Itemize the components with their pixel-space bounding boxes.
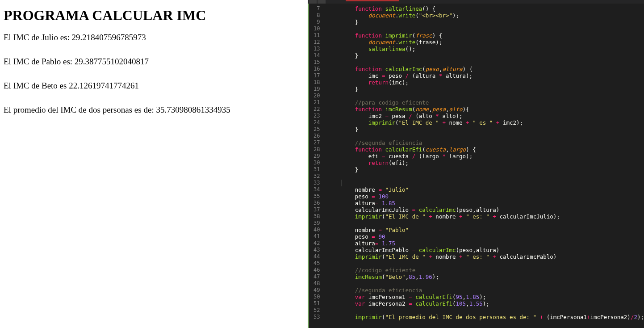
line-number: 18 bbox=[314, 79, 320, 86]
code-line[interactable]: } bbox=[328, 126, 644, 133]
code-line[interactable]: altura= 1.75 bbox=[328, 240, 644, 247]
line-number: 31 bbox=[314, 166, 320, 173]
line-number: 40 bbox=[314, 227, 320, 233]
code-line[interactable] bbox=[328, 180, 644, 186]
line-number: 42 bbox=[314, 240, 320, 247]
line-number: 19 bbox=[314, 86, 320, 93]
code-line[interactable]: calcularImcPablo = calcularImc(peso,altu… bbox=[328, 247, 644, 253]
line-number: 45 bbox=[314, 260, 320, 267]
browser-output-pane: PROGRAMA CALCULAR IMC El IMC de Julio es… bbox=[0, 0, 308, 328]
code-line[interactable]: var imcPersona2 = calcularEfi(105,1.55); bbox=[328, 300, 644, 307]
code-line[interactable] bbox=[328, 307, 644, 314]
code-area[interactable]: function saltarlinea() { document.write(… bbox=[326, 4, 644, 328]
line-number: 23 bbox=[314, 113, 320, 119]
code-line[interactable]: } bbox=[328, 52, 644, 59]
modified-indicator bbox=[346, 0, 399, 1]
line-number: 20 bbox=[314, 93, 320, 99]
code-line[interactable] bbox=[328, 220, 644, 227]
line-number: 11 bbox=[314, 32, 320, 39]
line-number: 37 bbox=[314, 206, 320, 213]
output-line: El IMC de Pablo es: 29.387755102040817 bbox=[4, 57, 304, 67]
code-line[interactable] bbox=[328, 59, 644, 66]
code-line[interactable]: imprimir("El promedio del IMC de dos per… bbox=[328, 314, 644, 320]
output-line: El IMC de Beto es 22.12619741774261 bbox=[4, 81, 304, 91]
code-line[interactable] bbox=[328, 280, 644, 287]
code-line[interactable]: function imprimir(frase) { bbox=[328, 32, 644, 39]
line-number: 43 bbox=[314, 247, 320, 253]
line-number: 33 bbox=[314, 180, 320, 186]
code-line[interactable]: peso = 100 bbox=[328, 193, 644, 200]
line-number: 35 bbox=[314, 193, 320, 200]
code-line[interactable]: //para codigo eficente bbox=[328, 99, 644, 106]
line-number-gutter: 7891011121314151617181920212223242526272… bbox=[309, 4, 326, 328]
code-line[interactable]: } bbox=[328, 86, 644, 93]
line-number: 9 bbox=[314, 19, 320, 25]
editor-tab-stub[interactable] bbox=[318, 0, 326, 4]
code-line[interactable]: altura= 1.85 bbox=[328, 200, 644, 206]
code-line[interactable]: imc = peso / (altura * altura); bbox=[328, 72, 644, 79]
code-line[interactable]: function calcularEfi(cuesta,largo) { bbox=[328, 146, 644, 153]
line-number: 49 bbox=[314, 287, 320, 294]
code-line[interactable]: imprimir("El IMC de " + nombre + " es: "… bbox=[328, 213, 644, 220]
line-number: 22 bbox=[314, 106, 320, 113]
code-line[interactable]: imprimir("El IMC de " + nombre + " es: "… bbox=[328, 253, 644, 260]
line-number: 29 bbox=[314, 153, 320, 160]
line-number: 13 bbox=[314, 46, 320, 52]
code-line[interactable] bbox=[328, 260, 644, 267]
text-cursor bbox=[342, 180, 342, 186]
editor-body[interactable]: 7891011121314151617181920212223242526272… bbox=[308, 4, 644, 328]
code-line[interactable] bbox=[328, 133, 644, 139]
code-line[interactable] bbox=[328, 93, 644, 99]
code-line[interactable]: calcularImcJulio = calcularImc(peso,altu… bbox=[328, 206, 644, 213]
line-number: 28 bbox=[314, 146, 320, 153]
line-number: 30 bbox=[314, 160, 320, 166]
page-title: PROGRAMA CALCULAR IMC bbox=[4, 7, 304, 24]
line-number: 39 bbox=[314, 220, 320, 227]
line-number: 44 bbox=[314, 253, 320, 260]
line-number: 48 bbox=[314, 280, 320, 287]
line-number: 17 bbox=[314, 72, 320, 79]
code-line[interactable]: var imcPersona1 = calcularEfi(95,1.85); bbox=[328, 294, 644, 300]
code-line[interactable]: function imcResum(nome,pesa,alto){ bbox=[328, 106, 644, 113]
line-number: 36 bbox=[314, 200, 320, 206]
output-line: El IMC de Julio es: 29.218407596785973 bbox=[4, 33, 304, 42]
code-line[interactable]: document.write(frase); bbox=[328, 39, 644, 46]
line-number: 24 bbox=[314, 119, 320, 126]
code-line[interactable]: document.write("<br><br>"); bbox=[328, 12, 644, 19]
code-line[interactable]: nombre = "Julio" bbox=[328, 186, 644, 193]
code-line[interactable]: return(imc); bbox=[328, 79, 644, 86]
code-line[interactable]: nombre = "Pablo" bbox=[328, 227, 644, 233]
line-number: 15 bbox=[314, 59, 320, 66]
code-line[interactable]: peso = 90 bbox=[328, 233, 644, 240]
code-line[interactable] bbox=[328, 173, 644, 180]
code-line[interactable]: saltarlinea(); bbox=[328, 46, 644, 52]
line-number: 7 bbox=[314, 5, 320, 12]
code-line[interactable]: } bbox=[328, 166, 644, 173]
code-editor-pane[interactable]: 7891011121314151617181920212223242526272… bbox=[308, 0, 644, 328]
code-line[interactable]: function saltarlinea() { bbox=[328, 5, 644, 12]
line-number: 34 bbox=[314, 186, 320, 193]
editor-tab-stub[interactable] bbox=[309, 0, 317, 4]
line-number: 53 bbox=[314, 314, 320, 320]
line-number: 16 bbox=[314, 66, 320, 72]
code-line[interactable]: //segunda eficiencia bbox=[328, 139, 644, 146]
line-number: 46 bbox=[314, 267, 320, 273]
code-line[interactable]: imcResum("Beto",85,1.96); bbox=[328, 273, 644, 280]
code-line[interactable]: } bbox=[328, 19, 644, 25]
code-line[interactable]: return(efi); bbox=[328, 160, 644, 166]
code-line[interactable]: efi = cuesta / (largo * largo); bbox=[328, 153, 644, 160]
output-line: El promedio del IMC de dos personas es d… bbox=[4, 105, 304, 115]
code-line[interactable]: //segunda eficiencia bbox=[328, 287, 644, 294]
line-number: 27 bbox=[314, 139, 320, 146]
code-line[interactable]: //codigo eficiente bbox=[328, 267, 644, 273]
line-number: 8 bbox=[314, 12, 320, 19]
code-line[interactable] bbox=[328, 25, 644, 32]
line-number: 10 bbox=[314, 25, 320, 32]
line-number: 38 bbox=[314, 213, 320, 220]
line-number: 47 bbox=[314, 273, 320, 280]
code-line[interactable]: imprimir("El IMC de " + nome + " es " + … bbox=[328, 119, 644, 126]
code-line[interactable]: function calcularImc(peso,altura) { bbox=[328, 66, 644, 72]
line-number: 52 bbox=[314, 307, 320, 314]
code-line[interactable]: imc2 = pesa / (alto * alto); bbox=[328, 113, 644, 119]
line-number: 32 bbox=[314, 173, 320, 180]
